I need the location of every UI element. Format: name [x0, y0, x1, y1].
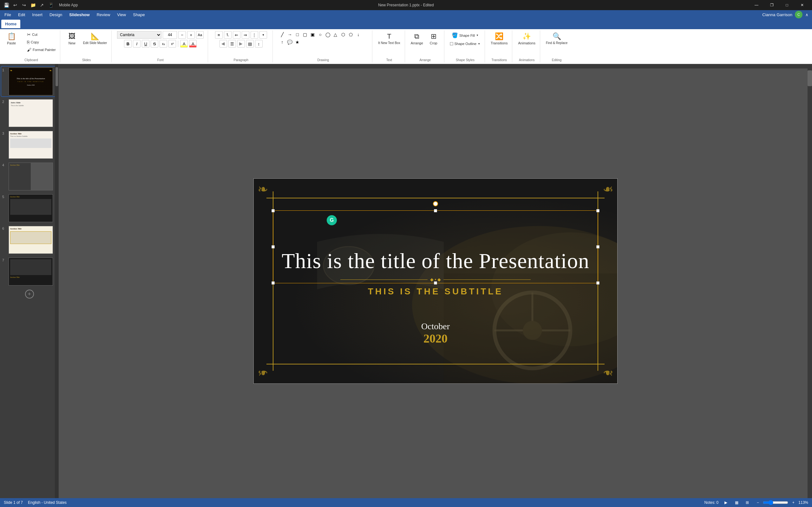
slide-date[interactable]: October 2020: [254, 321, 617, 345]
share-button[interactable]: ↗: [38, 1, 46, 9]
shape-oval[interactable]: ○: [317, 31, 324, 38]
handle-br[interactable]: [596, 281, 600, 285]
minimize-button[interactable]: —: [749, 0, 764, 10]
slide-thumb-2[interactable]: 2 Intro Slide This is the Subtitle: [1, 98, 57, 128]
increase-indent-button[interactable]: ⇒: [242, 31, 249, 39]
copy-button[interactable]: ⎘ Copy: [26, 39, 57, 46]
decrease-indent-button[interactable]: ⇐: [233, 31, 241, 39]
slide-canvas[interactable]: ❧ ❧ ❧ ❧ G This is the title of the Prese…: [253, 178, 618, 384]
shape-circle[interactable]: ◯: [324, 31, 332, 38]
transitions-button[interactable]: 🔀 Transitions: [489, 31, 509, 46]
user-avatar[interactable]: C: [795, 11, 803, 18]
line-spacing-button[interactable]: ↕: [255, 40, 263, 48]
crop-button[interactable]: ⊞ Crop: [426, 31, 442, 46]
slide-subtitle[interactable]: THIS IS THE SUBTITLE: [254, 286, 617, 297]
paste-button[interactable]: 📋 Paste: [5, 31, 24, 46]
shape-outline-dropdown[interactable]: ▼: [478, 43, 480, 45]
bullets-button[interactable]: ≡: [215, 31, 223, 39]
font-family-select[interactable]: Cambria: [117, 31, 161, 39]
highlight-button[interactable]: A: [180, 40, 188, 48]
font-color-button[interactable]: A: [189, 40, 197, 48]
ribbon-collapse-button[interactable]: ∧: [803, 11, 811, 18]
slide-sorter-button[interactable]: ⊞: [744, 499, 751, 506]
subscript-button[interactable]: x₂: [159, 40, 167, 48]
new-slide-button[interactable]: 🖼 New: [64, 31, 80, 46]
right-scrollbar[interactable]: [808, 64, 812, 498]
normal-view-button[interactable]: ▦: [733, 499, 740, 506]
handle-mr[interactable]: [596, 245, 600, 248]
shape-up-arrow[interactable]: ↑: [279, 39, 286, 46]
slide-thumb-5[interactable]: 5 Section Title: [1, 193, 57, 223]
handle-tl[interactable]: [271, 209, 275, 212]
handle-tm[interactable]: [434, 209, 437, 212]
shape-fill-button[interactable]: 🪣 Shape Fill ▼: [450, 31, 480, 40]
handle-bl[interactable]: [271, 281, 275, 285]
add-slide-button[interactable]: +: [25, 290, 34, 298]
shape-pentagon[interactable]: ⬠: [347, 31, 354, 38]
underline-button[interactable]: U: [142, 40, 149, 48]
shape-rect[interactable]: □: [294, 31, 301, 38]
new-text-box-button[interactable]: T It New Text Box: [376, 31, 402, 46]
rotate-handle[interactable]: [433, 201, 438, 206]
menu-shape[interactable]: Shape: [130, 11, 148, 18]
increase-font-button[interactable]: +: [187, 31, 195, 39]
animations-button[interactable]: ✨ Animations: [516, 31, 537, 46]
align-left-button[interactable]: ⫷: [219, 40, 227, 48]
shape-star[interactable]: ★: [294, 39, 301, 46]
zoom-slider[interactable]: [763, 500, 788, 505]
right-scrollbar-thumb[interactable]: [808, 70, 812, 86]
handle-bm[interactable]: [434, 281, 437, 285]
close-button[interactable]: ✕: [795, 0, 809, 10]
restore-button[interactable]: ❐: [764, 0, 779, 10]
zoom-out-button[interactable]: −: [755, 499, 761, 506]
shape-down-arrow[interactable]: ↓: [355, 31, 362, 38]
slide-panel-scrollbar-thumb[interactable]: [55, 67, 58, 86]
numbering-button[interactable]: ⒈: [224, 31, 232, 39]
menu-edit[interactable]: Edit: [15, 11, 28, 18]
maximize-button[interactable]: □: [780, 0, 794, 10]
open-button[interactable]: 📁: [29, 1, 37, 9]
slide-thumb-3[interactable]: 3 Section Title This is a Section Subtit…: [1, 130, 57, 160]
slide-thumb-1[interactable]: 1 This is the title of the Presentation …: [1, 66, 57, 96]
format-painter-button[interactable]: 🖌 Format Painter: [26, 46, 57, 53]
cut-button[interactable]: ✂ Cut: [26, 31, 57, 38]
shape-hexagon[interactable]: ⬡: [340, 31, 347, 38]
shape-outline-button[interactable]: □ Shape Outline ▼: [448, 40, 482, 48]
shape-arrow[interactable]: →: [287, 31, 293, 38]
font-size-input[interactable]: [163, 31, 177, 39]
shape-line[interactable]: ╱: [279, 31, 286, 38]
handle-tr[interactable]: [596, 209, 600, 212]
shape-rounded-rect[interactable]: ▢: [302, 31, 309, 38]
italic-button[interactable]: I: [133, 40, 141, 48]
selection-box[interactable]: [273, 210, 598, 283]
touch-mode-button[interactable]: 📱: [47, 1, 55, 9]
menu-design[interactable]: Design: [46, 11, 65, 18]
justify-button[interactable]: ▤: [246, 40, 254, 48]
clear-format-button[interactable]: Aa: [196, 31, 204, 39]
superscript-button[interactable]: x²: [168, 40, 176, 48]
bold-button[interactable]: B: [124, 40, 132, 48]
align-right-button[interactable]: ⫸: [237, 40, 245, 48]
find-replace-button[interactable]: 🔍 Find & Replace: [544, 31, 569, 46]
shape-rounded-rect2[interactable]: ▣: [309, 31, 316, 38]
decrease-font-button[interactable]: −: [178, 31, 186, 39]
redo-button[interactable]: ↪: [20, 1, 28, 9]
top-scrollbar[interactable]: [59, 64, 808, 68]
slide-panel[interactable]: 1 This is the title of the Presentation …: [0, 64, 59, 498]
columns-button[interactable]: ⋮: [251, 31, 258, 39]
menu-review[interactable]: Review: [94, 11, 113, 18]
slide-thumb-7[interactable]: 7 Section Title: [1, 257, 57, 286]
align-center-button[interactable]: ☰: [229, 40, 236, 48]
tab-home[interactable]: Home: [1, 20, 20, 28]
undo-button[interactable]: ↩: [11, 1, 19, 9]
slide-thumb-6[interactable]: 6 Section Title: [1, 225, 57, 255]
shape-fill-dropdown[interactable]: ▼: [476, 34, 478, 37]
handle-ml[interactable]: [271, 245, 275, 248]
menu-insert[interactable]: Insert: [29, 11, 46, 18]
zoom-in-button[interactable]: +: [790, 499, 797, 506]
edit-slide-master-button[interactable]: 📐 Edit Slide Master: [81, 31, 109, 46]
shape-triangle[interactable]: △: [332, 31, 339, 38]
play-button[interactable]: ▶: [722, 499, 729, 506]
menu-slideshow[interactable]: Slideshow: [66, 11, 93, 18]
grammarly-icon[interactable]: G: [327, 215, 337, 225]
